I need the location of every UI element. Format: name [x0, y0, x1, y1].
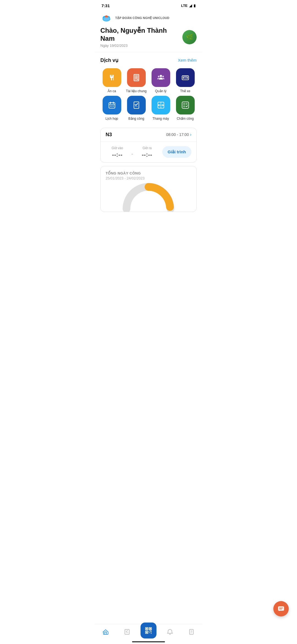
- bang-cong-label: Bảng công: [128, 117, 144, 121]
- gio-ra-label: Giờ ra: [135, 146, 159, 150]
- thang-may-label: Thang máy: [152, 117, 169, 121]
- an-ca-label: Ăn ca: [108, 89, 116, 93]
- bang-cong-icon: [127, 96, 146, 114]
- attendance-card-header[interactable]: N3 08:00 - 17:00 ›: [101, 128, 196, 142]
- greeting-title: Chào, Nguyễn Thành Nam: [100, 27, 182, 43]
- services-title: Dịch vụ: [100, 57, 118, 63]
- gio-ra-value: --:--: [135, 152, 159, 158]
- svg-rect-33: [183, 105, 185, 107]
- greeting-row: Chào, Nguyễn Thành Nam Ngày 19/02/2023 🌿: [100, 27, 197, 48]
- stats-card: TỔNG NGÀY CÔNG 25/01/2023 - 24/02/2023: [100, 166, 197, 212]
- attendance-card: N3 08:00 - 17:00 › Giờ vào --:-- - Giờ r…: [100, 128, 197, 163]
- gio-vao-value: --:--: [106, 152, 129, 158]
- svg-rect-30: [182, 102, 189, 108]
- network-label: LTE: [181, 4, 188, 8]
- svg-rect-18: [109, 103, 115, 108]
- cham-cong-label: Chấm công: [177, 117, 194, 121]
- svg-point-16: [186, 77, 188, 78]
- avatar-image: 🌿: [182, 30, 197, 44]
- gio-ra-block: Giờ ra --:--: [135, 146, 159, 158]
- thang-may-icon: [152, 96, 170, 114]
- service-tai-lieu-chung[interactable]: Tài liệu chung: [125, 68, 148, 93]
- svg-rect-32: [186, 103, 188, 105]
- lich-hop-icon: [103, 96, 121, 114]
- status-time: 7:31: [101, 3, 110, 8]
- status-icons: LTE ◢ ▮: [181, 4, 196, 8]
- svg-point-11: [160, 75, 162, 77]
- header: TẬP ĐOÀN CÔNG NGHỆ UNICLOUD Chào, Nguyễn…: [95, 10, 202, 52]
- donut-svg: [121, 181, 176, 212]
- signal-icon: ◢: [189, 4, 192, 8]
- time-range-row: 08:00 - 17:00 ›: [166, 132, 191, 137]
- svg-rect-24: [113, 106, 114, 107]
- the-xe-icon: [176, 68, 195, 87]
- stats-period: 25/01/2023 - 24/02/2023: [106, 176, 191, 180]
- svg-rect-22: [110, 106, 111, 107]
- avatar[interactable]: 🌿: [182, 30, 197, 44]
- battery-icon: ▮: [194, 4, 196, 8]
- svg-point-15: [183, 77, 184, 78]
- gio-vao-label: Giờ vào: [106, 146, 129, 150]
- shift-label: N3: [106, 132, 112, 138]
- time-range: 08:00 - 17:00: [166, 132, 189, 137]
- greeting-date: Ngày 19/02/2023: [100, 43, 182, 48]
- giai-trinh-button[interactable]: Giải trình: [162, 146, 192, 158]
- donut-chart: [106, 184, 191, 212]
- service-an-ca[interactable]: Ăn ca: [100, 68, 123, 93]
- the-xe-label: Thẻ xe: [180, 89, 190, 93]
- view-more-link[interactable]: Xem thêm: [178, 58, 197, 62]
- svg-rect-17: [184, 77, 186, 79]
- service-lich-hop[interactable]: Lịch họp: [100, 96, 123, 121]
- brand-logo: [100, 12, 112, 24]
- gio-vao-block: Giờ vào --:--: [106, 146, 129, 158]
- services-section: Dịch vụ Xem thêm Ăn ca: [95, 52, 202, 126]
- separator: -: [129, 151, 135, 157]
- svg-rect-23: [111, 106, 112, 107]
- svg-point-5: [103, 17, 110, 21]
- services-header: Dịch vụ Xem thêm: [100, 57, 197, 63]
- services-grid: Ăn ca Tài liệu chung: [100, 68, 197, 121]
- tai-lieu-label: Tài liệu chung: [126, 89, 147, 93]
- service-quan-ly[interactable]: Quản lý: [149, 68, 172, 93]
- lich-hop-label: Lịch họp: [105, 117, 118, 121]
- service-thang-may[interactable]: Thang máy: [149, 96, 172, 121]
- svg-point-13: [162, 76, 164, 77]
- status-bar: 7:31 LTE ◢ ▮: [95, 0, 202, 10]
- greeting-text: Chào, Nguyễn Thành Nam Ngày 19/02/2023: [100, 27, 182, 48]
- an-ca-icon: [103, 68, 121, 87]
- tai-lieu-icon: [127, 68, 146, 87]
- svg-point-12: [158, 76, 160, 77]
- quan-ly-icon: [152, 68, 170, 87]
- stats-title: TỔNG NGÀY CÔNG: [106, 171, 191, 175]
- cham-cong-icon: [176, 96, 195, 114]
- service-bang-cong[interactable]: Bảng công: [125, 96, 148, 121]
- svg-rect-31: [183, 103, 185, 105]
- brand-name: TẬP ĐOÀN CÔNG NGHỆ UNICLOUD: [115, 16, 169, 20]
- brand-row: TẬP ĐOÀN CÔNG NGHỆ UNICLOUD: [100, 12, 197, 24]
- chevron-right-icon: ›: [190, 132, 191, 137]
- quan-ly-label: Quản lý: [155, 89, 167, 93]
- attendance-card-body: Giờ vào --:-- - Giờ ra --:-- Giải trình: [101, 142, 196, 162]
- service-cham-cong[interactable]: Chấm công: [174, 96, 197, 121]
- service-the-xe[interactable]: Thẻ xe: [174, 68, 197, 93]
